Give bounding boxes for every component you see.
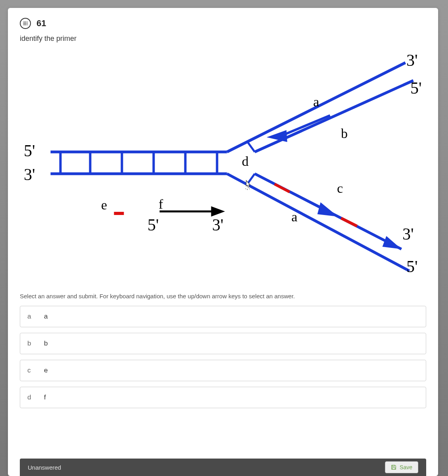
label-3-prime-top: 3' [406, 51, 418, 70]
svg-line-30 [245, 188, 246, 189]
question-nav-icon[interactable] [20, 18, 31, 29]
answer-option-b[interactable]: b b [20, 333, 426, 354]
label-c: c [337, 181, 343, 196]
answer-list: a a b b c e d f [20, 306, 426, 408]
svg-line-23 [341, 218, 357, 226]
cursor-pointer-icon [244, 180, 253, 190]
svg-point-5 [27, 24, 28, 25]
svg-marker-29 [383, 236, 402, 249]
label-a-upper: a [313, 94, 319, 109]
label-arrow-3: 3' [212, 215, 224, 234]
label-d: d [242, 154, 249, 169]
svg-line-32 [249, 188, 250, 189]
save-button-label: Save [400, 464, 412, 470]
label-3-prime-bottom: 3' [402, 225, 414, 244]
answer-value: e [44, 367, 48, 374]
svg-line-22 [275, 184, 290, 192]
answer-option-a[interactable]: a a [20, 306, 426, 327]
answer-option-c[interactable]: c e [20, 360, 426, 381]
label-arrow-5: 5' [147, 215, 159, 234]
answer-key: d [27, 393, 34, 401]
label-b: b [341, 126, 348, 141]
save-button[interactable]: Save [385, 461, 418, 473]
question-text: identify the primer [20, 35, 426, 43]
answer-value: b [44, 340, 48, 347]
label-3-prime-left: 3' [24, 165, 35, 184]
answer-key: c [27, 367, 34, 374]
answer-key: a [27, 313, 34, 321]
instruction-text: Select an answer and submit. For keyboar… [20, 293, 426, 299]
answer-option-d[interactable]: d f [20, 387, 426, 408]
label-a-lower: a [291, 209, 297, 225]
answer-key: b [27, 340, 34, 347]
svg-rect-34 [392, 468, 395, 469]
question-card: 61 identify the primer [8, 8, 438, 476]
question-footer-bar: Unanswered Save [20, 459, 426, 476]
label-5-prime-bottom: 5' [406, 257, 418, 276]
question-header: 61 [20, 18, 426, 29]
svg-point-3 [27, 21, 28, 22]
svg-line-18 [283, 115, 330, 135]
svg-line-15 [255, 81, 414, 152]
question-number: 61 [36, 18, 46, 29]
label-f: f [159, 197, 163, 212]
status-badge: Unanswered [28, 464, 61, 471]
svg-line-16 [248, 142, 255, 152]
answer-value: f [44, 393, 46, 401]
save-icon [391, 464, 396, 470]
svg-line-19 [227, 174, 410, 271]
answer-value: a [44, 313, 48, 321]
label-5-prime-left: 5' [24, 141, 35, 160]
svg-marker-25 [318, 202, 338, 217]
replication-fork-diagram: 5' 3' 3' 5' 3' 5' a a b c d e f 5' 3' [20, 51, 426, 285]
svg-point-4 [27, 23, 28, 24]
label-e: e [101, 198, 107, 213]
label-5-prime-top: 5' [410, 79, 422, 98]
diagram-svg [20, 51, 426, 285]
